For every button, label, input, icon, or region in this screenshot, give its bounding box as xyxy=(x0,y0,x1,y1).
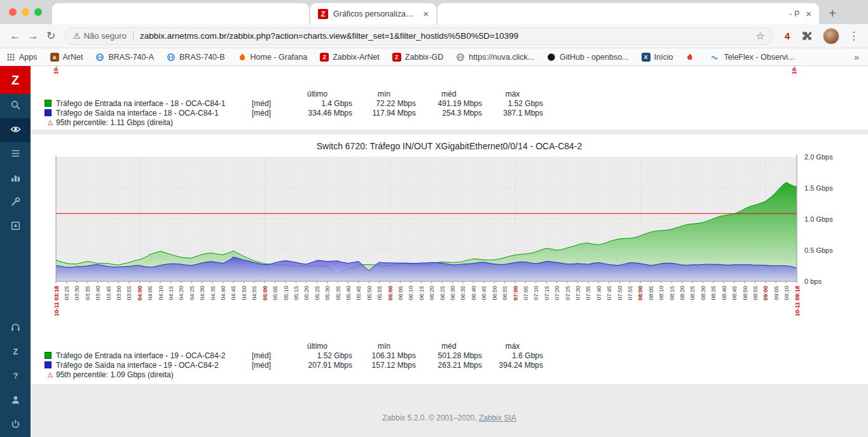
apps-grid-icon xyxy=(6,53,15,62)
bookmark-label: BRAS-740-B xyxy=(179,53,225,62)
sidebar-item-inventory[interactable] xyxy=(0,142,31,166)
series-label: Tráfego de Saída na interface - 19 - OCA… xyxy=(56,361,245,370)
bookmark-in-cio[interactable]: XInício xyxy=(642,53,673,62)
series-swatch xyxy=(45,100,52,107)
svg-text:Z: Z xyxy=(13,347,18,356)
percentile-text: 95th percentile: 1.11 Gbps (direita) xyxy=(56,118,543,127)
sidebar-item-user-profile[interactable] xyxy=(0,389,31,413)
bookmarks-bar: AppsaArNetBRAS-740-ABRAS-740-BHome - Gra… xyxy=(0,48,868,66)
sidebar-item-reports[interactable] xyxy=(0,166,31,191)
address-bar[interactable]: ⚠ Não seguro zabbix.arnetms.com.br/zabbi… xyxy=(65,27,773,45)
svg-text:07:50: 07:50 xyxy=(617,286,623,300)
legend-stats-header: últimomínmédmáx xyxy=(31,341,868,351)
footer: Zabbix 5.2.0. © 2001–2020, Zabbix SIA xyxy=(31,413,868,422)
sidebar-item-sign-out[interactable] xyxy=(0,413,31,437)
browser-menu-icon[interactable]: ⋮ xyxy=(848,29,859,43)
series-stat: 117.94 Mbps xyxy=(352,109,416,118)
reload-button[interactable]: ↻ xyxy=(42,27,60,45)
series-label: Tráfego de Entrada na interface - 19 - O… xyxy=(56,351,245,360)
sidebar-item-administration[interactable] xyxy=(0,215,31,239)
zabbix-app: ZZ? 10- 10- últimomínmédmáxTráfego de En… xyxy=(0,66,868,437)
svg-text:05:05: 05:05 xyxy=(272,286,279,300)
series-label: Tráfego de Saída na interface - 18 - OCA… xyxy=(56,109,245,118)
bookmark-label: Apps xyxy=(19,53,38,62)
back-button[interactable]: ← xyxy=(6,27,24,45)
new-tab-button[interactable]: + xyxy=(823,4,842,23)
bookmark-arnet[interactable]: aArNet xyxy=(50,53,83,62)
bookmark-zabbix-arnet[interactable]: ZZabbix-ArNet xyxy=(320,53,380,62)
axis-label-fragment-right: 10- xyxy=(792,66,797,74)
tab-strip: ZGráficos personalizados×- P× + xyxy=(0,0,868,24)
legend-row: Tráfego de Saída na interface - 19 - OCA… xyxy=(31,360,868,370)
minimize-window-button[interactable] xyxy=(22,8,29,16)
close-window-button[interactable] xyxy=(9,8,17,16)
bookmark-star-icon[interactable]: ☆ xyxy=(755,30,764,42)
bookmark-flame-red[interactable] xyxy=(685,53,698,62)
svg-text:04:00: 04:00 xyxy=(137,286,143,300)
svg-text:07:25: 07:25 xyxy=(565,286,571,300)
series-stat: 157.12 Mbps xyxy=(352,361,416,370)
svg-text:05:40: 05:40 xyxy=(345,286,352,300)
bookmark-home-grafana[interactable]: Home - Grafana xyxy=(238,53,308,62)
series-stat: 263.21 Mbps xyxy=(416,361,482,370)
bookmark-https-nuva-click[interactable]: https://nuva.click... xyxy=(456,53,534,62)
sidebar-item-search[interactable] xyxy=(0,94,31,118)
bookmark-github-openbso[interactable]: GitHub - openbso... xyxy=(547,53,628,62)
security-label[interactable]: Não seguro xyxy=(84,31,127,41)
series-function: [méd] xyxy=(245,109,282,118)
svg-text:08:30: 08:30 xyxy=(700,286,706,300)
tab-close-icon[interactable]: × xyxy=(423,9,429,18)
zoom-window-button[interactable] xyxy=(34,8,42,16)
browser-window: ZGráficos personalizados×- P× + ← → ↻ ⚠ … xyxy=(0,0,868,437)
legend-stats-header: últimomínmédmáx xyxy=(31,89,868,98)
svg-text:04:10: 04:10 xyxy=(158,286,164,300)
bookmark-teleflex-observi[interactable]: TeleFlex - Observi... xyxy=(711,53,794,62)
bookmark-apps[interactable]: Apps xyxy=(6,53,38,62)
chart-legend: últimomínmédmáxTráfego de Entrada na int… xyxy=(31,341,868,379)
sidebar-item-monitoring[interactable] xyxy=(0,118,31,142)
extension-badge[interactable]: 4 xyxy=(785,30,790,41)
svg-text:05:00: 05:00 xyxy=(262,286,268,300)
zabbix-logo[interactable]: Z xyxy=(0,66,31,94)
forward-button[interactable]: → xyxy=(24,27,42,45)
legend-row: Tráfego de Entrada na interface - 18 - O… xyxy=(31,98,868,108)
bookmarks-overflow-chevron[interactable]: » xyxy=(851,52,862,62)
globe-blue-icon xyxy=(167,53,176,62)
sidebar-item-share[interactable]: Z xyxy=(0,340,31,365)
svg-text:04:20: 04:20 xyxy=(178,286,184,300)
svg-text:06:00: 06:00 xyxy=(387,286,394,300)
series-stat: 501.28 Mbps xyxy=(416,351,482,360)
search-icon xyxy=(10,100,21,113)
zabbix-icon: Z xyxy=(320,53,329,62)
svg-text:03:35: 03:35 xyxy=(85,286,91,300)
profile-avatar[interactable] xyxy=(823,28,839,44)
active-tab[interactable]: ZGráficos personalizados× xyxy=(310,3,436,24)
tab[interactable]: - P× xyxy=(437,3,819,24)
traffic-area-chart[interactable]: 0 bps0.5 Gbps1.0 Gbps1.5 Gbps2.0 Gbps10-… xyxy=(31,154,868,340)
svg-text:05:35: 05:35 xyxy=(335,286,341,300)
tab-close-icon[interactable]: × xyxy=(806,9,811,18)
url-text[interactable]: zabbix.arnetms.com.br/zabbix.php?action=… xyxy=(140,31,749,41)
sidebar-item-configuration[interactable] xyxy=(0,191,31,215)
svg-text:09:05: 09:05 xyxy=(773,286,780,300)
svg-text:10-11 09:18: 10-11 09:18 xyxy=(794,286,801,316)
svg-text:08:20: 08:20 xyxy=(679,286,685,300)
main-content: 10- 10- últimomínmédmáxTráfego de Entrad… xyxy=(31,66,868,437)
svg-text:0 bps: 0 bps xyxy=(804,278,822,285)
svg-text:04:50: 04:50 xyxy=(241,286,247,300)
extensions-puzzle-icon[interactable] xyxy=(801,30,813,42)
bookmark-zabbix-gd[interactable]: ZZabbix-GD xyxy=(392,53,443,62)
bookmark-bras-740-a[interactable]: BRAS-740-A xyxy=(95,53,154,62)
chart-title: Switch 6720: Tráfego IN/OUT XGigabitEthe… xyxy=(31,135,868,154)
tab[interactable] xyxy=(52,3,309,24)
sidebar-item-support[interactable] xyxy=(0,316,31,340)
series-label: Tráfego de Entrada na interface - 18 - O… xyxy=(56,99,245,108)
bookmark-label: Home - Grafana xyxy=(251,53,308,62)
svg-text:08:05: 08:05 xyxy=(648,286,654,300)
bookmark-bras-740-b[interactable]: BRAS-740-B xyxy=(167,53,225,62)
sidebar-item-help[interactable]: ? xyxy=(0,365,31,389)
x-blue-icon: X xyxy=(642,53,651,62)
svg-text:2.0 Gbps: 2.0 Gbps xyxy=(804,154,833,161)
zabbix-sia-link[interactable]: Zabbix SIA xyxy=(479,413,516,422)
series-stat: 1.6 Gbps xyxy=(482,351,543,360)
